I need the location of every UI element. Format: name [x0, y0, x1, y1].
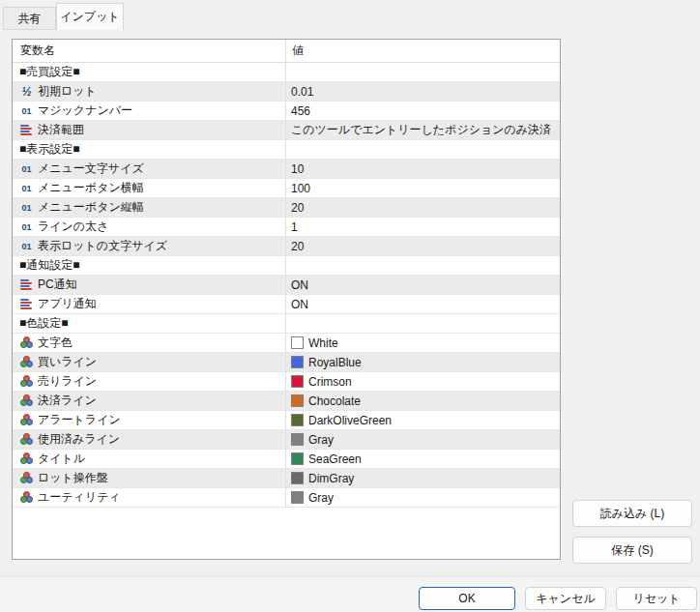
parameter-value[interactable]: Chocolate [286, 392, 560, 410]
parameter-row: ½初期ロット0.01 [13, 82, 560, 102]
parameter-value[interactable]: 1 [286, 218, 560, 236]
color-swatch [291, 472, 304, 484]
parameter-value-label: White [308, 336, 338, 350]
section-title: ■売買設定■ [13, 63, 286, 81]
parameter-value-label: ON [291, 298, 308, 311]
parameter-name-label: 決済ライン [38, 393, 97, 409]
parameter-value[interactable]: 20 [286, 198, 560, 217]
parameter-value[interactable]: SeaGreen [286, 450, 560, 468]
parameter-value[interactable]: Gray [286, 430, 560, 449]
parameter-name: 文字色 [13, 334, 286, 352]
parameter-name: 01メニューボタン横幅 [13, 179, 286, 197]
parameter-name: ユーティリティ [13, 488, 286, 507]
save-button[interactable]: 保存 (S) [572, 537, 692, 564]
parameter-row: 01メニュー文字サイズ10 [13, 160, 560, 179]
color-type-icon [18, 375, 35, 388]
parameter-name-label: 表示ロットの文字サイズ [38, 238, 167, 254]
parameter-name-label: アプリ通知 [38, 296, 97, 312]
parameter-name: 買いライン [13, 353, 286, 371]
parameter-value-label: Gray [308, 491, 334, 505]
parameter-name: 決済範囲 [13, 121, 286, 139]
parameter-value-label: 10 [291, 162, 304, 176]
section-value-cell [286, 256, 560, 275]
parameter-name-label: 使用済みライン [38, 431, 120, 448]
parameter-row: PC通知ON [13, 276, 560, 295]
parameter-name-label: メニューボタン横幅 [38, 180, 144, 196]
parameter-name-label: 買いライン [38, 354, 97, 370]
section-value-cell [286, 314, 560, 333]
parameter-value[interactable]: 10 [286, 160, 560, 178]
color-swatch [291, 336, 304, 349]
parameter-row: アラートラインDarkOliveGreen [13, 411, 560, 430]
parameter-value[interactable]: このツールでエントリーしたポジションのみ決済 [286, 121, 560, 139]
parameter-value-label: 456 [291, 104, 310, 118]
section-row: ■通知設定■ [13, 256, 560, 276]
table-body: ■売買設定■½初期ロット0.0101マジックナンバー456決済範囲このツールでエ… [13, 63, 560, 508]
parameter-value-label: 20 [291, 201, 304, 215]
parameter-name-label: メニューボタン縦幅 [38, 199, 144, 216]
parameter-value[interactable]: White [286, 334, 560, 352]
ea-inputs-dialog: { "tabs": [ { "label": "共有", "selected":… [0, 0, 700, 612]
section-value-cell [286, 63, 560, 81]
parameter-value[interactable]: RoyalBlue [286, 353, 560, 371]
parameter-name-label: ラインの太さ [38, 219, 108, 235]
parameter-value[interactable]: 20 [286, 237, 560, 255]
color-type-icon [18, 414, 35, 426]
parameter-value-label: Gray [308, 433, 334, 447]
parameter-value-label: Crimson [308, 375, 352, 389]
parameter-value[interactable]: ON [286, 295, 560, 313]
color-type-icon [18, 394, 35, 407]
parameter-value-label: 20 [291, 240, 304, 253]
section-title: ■通知設定■ [13, 256, 286, 275]
parameter-name-label: ロット操作盤 [38, 470, 108, 486]
parameter-name-label: ■通知設定■ [19, 257, 80, 274]
parameter-name-label: ■表示設定■ [19, 141, 80, 158]
parameter-row: ロット操作盤DimGray [13, 469, 560, 488]
enum-type-icon [18, 279, 35, 290]
parameter-name: ロット操作盤 [13, 469, 286, 487]
parameter-name-label: アラートライン [38, 412, 121, 428]
parameter-value-label: DarkOliveGreen [308, 414, 392, 427]
parameter-value[interactable]: DarkOliveGreen [286, 411, 560, 429]
color-type-icon [18, 356, 35, 368]
load-button-label: 読み込み (L) [600, 506, 665, 522]
column-header-value: 値 [286, 40, 560, 62]
parameter-name-label: 売りライン [38, 373, 97, 390]
parameter-name-label: タイトル [38, 451, 85, 467]
parameter-row: 売りラインCrimson [13, 372, 560, 392]
cancel-button-label: キャンセル [536, 591, 595, 607]
color-swatch [291, 452, 304, 465]
tab-inputs[interactable]: インプット [56, 3, 124, 30]
color-type-icon [18, 472, 35, 484]
parameter-value[interactable]: 100 [286, 179, 560, 197]
color-type-icon [18, 433, 35, 446]
parameter-name-label: 文字色 [38, 335, 73, 351]
load-button[interactable]: 読み込み (L) [572, 500, 692, 527]
section-row: ■色設定■ [13, 314, 560, 334]
parameter-value[interactable]: 0.01 [286, 82, 560, 101]
parameter-name-label: ■色設定■ [19, 315, 69, 332]
ok-button[interactable]: OK [419, 587, 515, 610]
parameter-value-label: ON [291, 278, 308, 292]
parameter-value-label: SeaGreen [308, 452, 362, 466]
parameter-row: 決済ラインChocolate [13, 392, 560, 411]
parameter-name: PC通知 [13, 276, 286, 294]
parameter-name: 売りライン [13, 372, 286, 391]
parameter-name: アプリ通知 [13, 295, 286, 313]
parameter-value-label: このツールでエントリーしたポジションのみ決済 [291, 122, 551, 138]
reset-button[interactable]: リセット [616, 587, 697, 610]
double-type-icon: ½ [18, 85, 35, 99]
parameter-value[interactable]: 456 [286, 102, 560, 120]
parameter-value[interactable]: DimGray [286, 469, 560, 487]
tab-common[interactable]: 共有 [3, 7, 56, 30]
integer-type-icon: 01 [18, 164, 35, 174]
inputs-table: 変数名 値 ■売買設定■½初期ロット0.0101マジックナンバー456決済範囲こ… [12, 39, 561, 560]
parameter-name: ½初期ロット [13, 82, 286, 101]
integer-type-icon: 01 [18, 242, 35, 251]
parameter-value[interactable]: Crimson [286, 372, 560, 391]
parameter-row: 01マジックナンバー456 [13, 102, 560, 121]
parameter-value-label: DimGray [308, 472, 354, 485]
parameter-value[interactable]: Gray [286, 488, 560, 507]
cancel-button[interactable]: キャンセル [525, 587, 606, 610]
parameter-value[interactable]: ON [286, 276, 560, 294]
